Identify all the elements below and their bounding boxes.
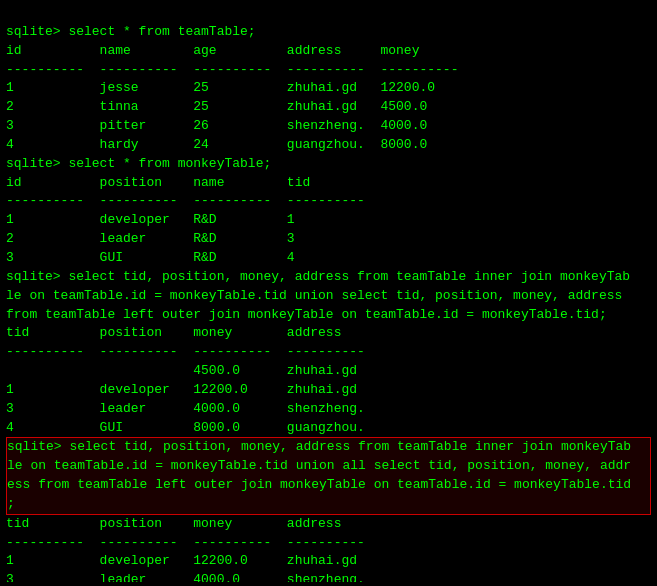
terminal-line: 3 pitter 26 shenzheng. 4000.0 [6, 117, 651, 136]
terminal-window[interactable]: sqlite> select * from teamTable;id name … [6, 4, 651, 582]
terminal-line: 3 leader 4000.0 shenzheng. [6, 571, 651, 582]
terminal-line: le on teamTable.id = monkeyTable.tid uni… [6, 457, 651, 476]
terminal-line: 1 developer 12200.0 zhuhai.gd [6, 381, 651, 400]
terminal-line: 3 GUI R&D 4 [6, 249, 651, 268]
terminal-line: ---------- ---------- ---------- -------… [6, 534, 651, 553]
terminal-line: ---------- ---------- ---------- -------… [6, 61, 651, 80]
terminal-line: sqlite> select * from monkeyTable; [6, 155, 651, 174]
terminal-line: 4 hardy 24 guangzhou. 8000.0 [6, 136, 651, 155]
terminal-line: 1 developer 12200.0 zhuhai.gd [6, 552, 651, 571]
terminal-line: 1 jesse 25 zhuhai.gd 12200.0 [6, 79, 651, 98]
terminal-line: ess from teamTable left outer join monke… [6, 476, 651, 495]
terminal-line: le on teamTable.id = monkeyTable.tid uni… [6, 287, 651, 306]
terminal-line: sqlite> select * from teamTable; [6, 23, 651, 42]
terminal-line: ; [6, 495, 651, 515]
terminal-line: 3 leader 4000.0 shenzheng. [6, 400, 651, 419]
terminal-line: tid position money address [6, 324, 651, 343]
terminal-line: tid position money address [6, 515, 651, 534]
terminal-line: sqlite> select tid, position, money, add… [6, 268, 651, 287]
terminal-line: 4 GUI 8000.0 guangzhou. [6, 419, 651, 438]
terminal-line: 2 tinna 25 zhuhai.gd 4500.0 [6, 98, 651, 117]
terminal-line: from teamTable left outer join monkeyTab… [6, 306, 651, 325]
terminal-line: ---------- ---------- ---------- -------… [6, 192, 651, 211]
terminal-line: ---------- ---------- ---------- -------… [6, 343, 651, 362]
terminal-line: 2 leader R&D 3 [6, 230, 651, 249]
terminal-line: id position name tid [6, 174, 651, 193]
terminal-line: sqlite> select tid, position, money, add… [6, 437, 651, 457]
terminal-line: 1 developer R&D 1 [6, 211, 651, 230]
terminal-line: 4500.0 zhuhai.gd [6, 362, 651, 381]
terminal-line: id name age address money [6, 42, 651, 61]
